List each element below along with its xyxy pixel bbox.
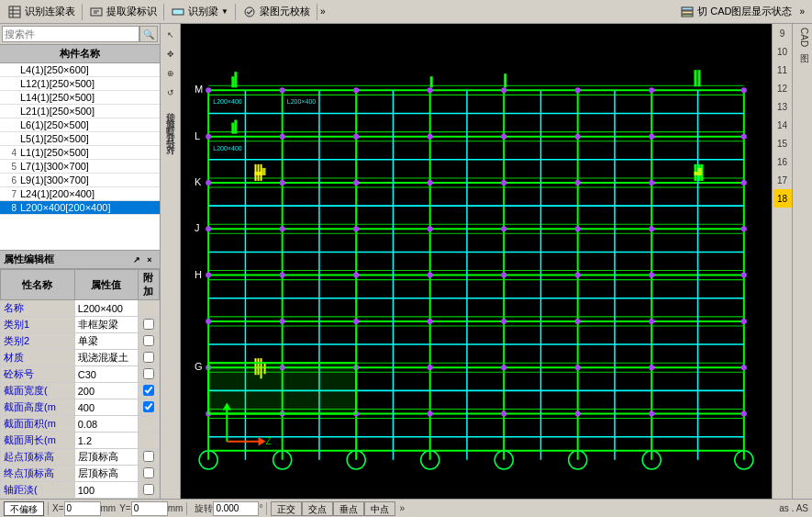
toolbar-identify-beam[interactable]: 识别梁 ▼	[167, 4, 232, 20]
prop-name-cell: 类别2	[1, 333, 75, 350]
comp-list-item[interactable]: L5(1)[250×500]	[0, 132, 160, 146]
right-num-item[interactable]: 9	[773, 24, 792, 42]
svg-point-104	[428, 319, 433, 324]
prop-check-cell	[138, 399, 159, 416]
comp-list-item[interactable]: L6(1)[250×500]	[0, 118, 160, 132]
prop-checkbox[interactable]	[143, 319, 154, 330]
prop-checkbox[interactable]	[143, 401, 154, 412]
toolbar-identify-table-label: 识别连梁表	[25, 5, 75, 18]
svg-text:L: L	[195, 130, 200, 141]
x-label: X=	[52, 503, 64, 513]
toolbar-cad-layers[interactable]: 切 CAD图层显示状态	[676, 4, 795, 20]
sep4	[317, 4, 317, 20]
toolbar-identify-table[interactable]: 识别连梁表	[4, 4, 79, 20]
prop-value-cell[interactable]: 层顶标高	[74, 466, 138, 482]
prop-value-cell[interactable]: C30	[74, 366, 138, 383]
right-num-item[interactable]: 14	[773, 116, 792, 134]
comp-list-item[interactable]: L14(1)[250×500]	[0, 91, 160, 105]
comp-list-item[interactable]: L12(1)[250×500]	[0, 77, 160, 91]
mid-btn[interactable]: 中点	[364, 501, 395, 516]
right-num-item[interactable]: 18	[773, 189, 792, 208]
toolbar-extract-mark[interactable]: 提取梁标识	[85, 4, 161, 20]
right-num-item[interactable]: 12	[773, 79, 792, 97]
expand-status[interactable]: »	[399, 503, 405, 513]
svg-rect-155	[255, 172, 262, 175]
toolbar-check-beam[interactable]: 梁图元校核	[239, 4, 314, 20]
prop-value-cell[interactable]: 0.08	[74, 416, 138, 433]
right-num-item[interactable]: 15	[773, 134, 792, 152]
prop-value-cell[interactable]: 1.2	[74, 433, 138, 449]
tool-sidebar: ↖ ✥ ⊕ ↺ 延伸 修剪 打断 合并 拆分 对齐	[161, 24, 181, 499]
svg-point-64	[428, 87, 433, 93]
tool-pan[interactable]: ✥	[161, 45, 180, 63]
prop-checkbox[interactable]	[143, 385, 154, 396]
prop-checkbox[interactable]	[143, 467, 154, 478]
prop-value-cell[interactable]: 层顶标高	[74, 449, 138, 466]
prop-value-cell[interactable]: 400	[74, 399, 138, 416]
tool-align[interactable]: 对齐	[163, 135, 178, 140]
svg-point-94	[280, 273, 285, 278]
tool-rotate[interactable]: ↺	[161, 84, 180, 102]
svg-rect-137	[231, 123, 234, 134]
svg-point-93	[206, 273, 211, 278]
comp-list-item[interactable]: 4L1(1)[250×500]	[0, 146, 160, 160]
right-num-item[interactable]: 17	[773, 171, 792, 189]
prop-checkbox[interactable]	[143, 352, 154, 363]
right-num-item[interactable]: 11	[773, 61, 792, 79]
svg-point-80	[428, 180, 433, 185]
vertex-btn[interactable]: 垂点	[333, 501, 364, 516]
search-input[interactable]	[2, 26, 139, 42]
search-button[interactable]: 🔍	[139, 26, 158, 42]
comp-name: L12(1)[250×500]	[20, 78, 95, 89]
prop-row: 材质现浇混凝土	[1, 350, 160, 366]
comp-list-item[interactable]: 8L200×400[200×400]	[0, 201, 160, 215]
x-input[interactable]	[64, 501, 101, 516]
prop-checkbox[interactable]	[143, 484, 154, 495]
prop-value-cell[interactable]: L200×400	[74, 300, 138, 317]
prop-value-cell[interactable]: 200	[74, 383, 138, 399]
props-col-value: 属性值	[74, 270, 138, 300]
svg-point-105	[501, 319, 506, 324]
props-pin-btn[interactable]: ↗	[130, 253, 143, 266]
cross-btn[interactable]: 交点	[302, 501, 333, 516]
prop-check-cell	[138, 449, 159, 466]
prop-value-cell[interactable]: 单梁	[74, 333, 138, 350]
y-input[interactable]	[131, 501, 168, 516]
tool-break[interactable]: 打断	[163, 116, 178, 121]
prop-value-cell[interactable]: 非框架梁	[74, 317, 138, 333]
prop-value-cell[interactable]: 100	[74, 482, 138, 499]
right-num-item[interactable]: 13	[773, 97, 792, 116]
prop-checkbox[interactable]	[143, 451, 154, 462]
comp-list-item[interactable]: 6L9(1)[300×700]	[0, 174, 160, 187]
comp-list-item[interactable]: L21(1)[250×500]	[0, 105, 160, 118]
right-num-item[interactable]: 10	[773, 42, 792, 61]
tool-cursor[interactable]: ↖	[161, 26, 180, 44]
no-offset-btn[interactable]: 不偏移	[4, 501, 44, 516]
tool-split[interactable]: 拆分	[163, 129, 178, 134]
svg-point-87	[353, 226, 359, 231]
prop-checkbox[interactable]	[143, 335, 154, 346]
rotate-input[interactable]	[213, 501, 259, 516]
comp-list-item[interactable]: 7L24(1)[200×400]	[0, 187, 160, 201]
right-num-item[interactable]: 16	[773, 152, 792, 171]
y-label: Y=	[119, 503, 131, 513]
tool-zoom[interactable]: ⊕	[161, 64, 180, 83]
toolbar-cad-expand[interactable]: »	[795, 6, 808, 17]
svg-point-115	[649, 365, 654, 370]
correct-btn[interactable]: 正交	[271, 501, 302, 516]
comp-list-item[interactable]: L4(1)[250×600]	[0, 63, 160, 77]
toolbar-expand-btn[interactable]: »	[320, 6, 326, 17]
tool-trim[interactable]: 修剪	[163, 109, 178, 115]
props-close-btn[interactable]: ×	[143, 253, 156, 266]
svg-point-67	[649, 87, 654, 93]
prop-value-cell[interactable]: 现浇混凝土	[74, 350, 138, 366]
prop-name-cell: 截面高度(m	[1, 399, 75, 416]
tool-merge[interactable]: 合并	[163, 122, 178, 128]
cad-right-label[interactable]: CAD图	[793, 24, 812, 51]
tool-extend[interactable]: 延伸	[163, 103, 178, 108]
prop-checkbox[interactable]	[143, 368, 154, 379]
cad-canvas[interactable]: M L K J H G	[181, 24, 772, 499]
svg-point-68	[741, 87, 747, 93]
svg-point-81	[501, 180, 506, 185]
comp-list-item[interactable]: 5L7(1)[300×700]	[0, 160, 160, 174]
